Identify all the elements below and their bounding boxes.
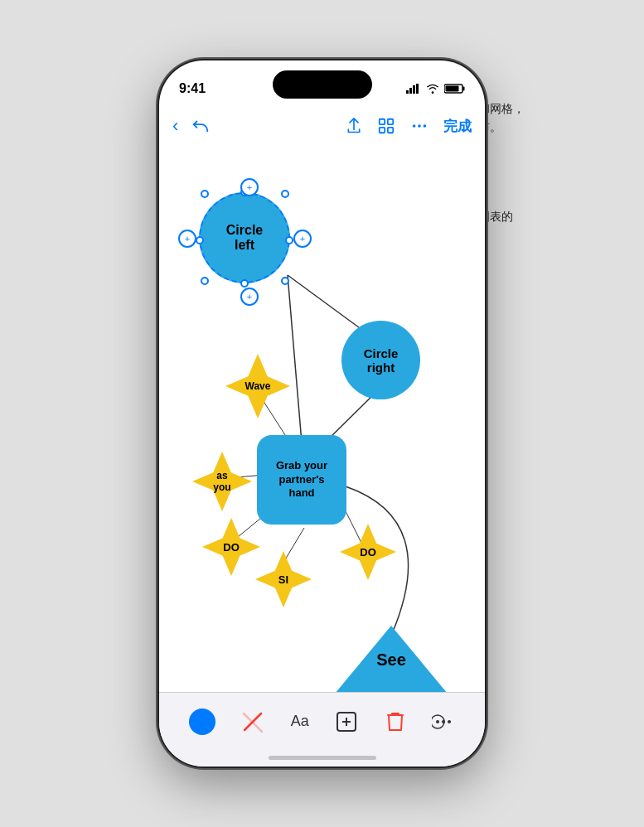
svg-rect-2 xyxy=(406,90,409,94)
svg-rect-12 xyxy=(388,128,393,133)
back-button[interactable]: ‹ xyxy=(172,115,178,137)
more-options-icon xyxy=(432,710,455,733)
delete-icon xyxy=(385,710,406,733)
home-indicator xyxy=(269,756,376,760)
triangle-container[interactable]: See Saw xyxy=(335,626,448,692)
see-label: See xyxy=(376,650,406,670)
more-button[interactable] xyxy=(410,117,429,135)
si-star[interactable]: SI xyxy=(255,551,312,607)
main-toolbar: ‹ xyxy=(159,105,485,147)
svg-rect-4 xyxy=(413,85,415,94)
extend-handle-top[interactable]: + xyxy=(240,178,259,196)
do-right-star[interactable]: DO xyxy=(340,524,396,580)
signal-icon xyxy=(406,84,421,94)
handle-left[interactable] xyxy=(196,236,204,244)
done-button[interactable]: 完成 xyxy=(443,117,472,136)
color-button[interactable] xyxy=(189,709,215,735)
svg-point-29 xyxy=(436,720,439,723)
extend-handle-bottom[interactable]: + xyxy=(240,288,259,306)
circle-left-shape[interactable]: Circleleft xyxy=(199,192,290,283)
text-label: Aa xyxy=(291,713,309,730)
handle-bottom[interactable] xyxy=(240,279,249,288)
center-box-shape[interactable]: Grab yourpartner'shand xyxy=(257,435,346,525)
handle-bl[interactable] xyxy=(201,277,209,285)
handle-br[interactable] xyxy=(281,277,289,285)
share-button[interactable] xyxy=(346,117,362,135)
add-shape-button[interactable] xyxy=(335,710,358,733)
brush-button[interactable] xyxy=(241,710,264,733)
undo-icon xyxy=(191,117,210,135)
handle-right[interactable] xyxy=(285,236,293,244)
svg-rect-11 xyxy=(380,128,385,133)
svg-point-14 xyxy=(418,124,421,128)
dynamic-island xyxy=(273,70,372,99)
svg-line-17 xyxy=(288,275,302,443)
add-shape-icon xyxy=(335,710,358,733)
handle-tl[interactable] xyxy=(201,190,209,198)
more-options-button[interactable] xyxy=(432,710,455,733)
share-icon xyxy=(346,117,362,135)
svg-rect-5 xyxy=(416,84,419,94)
undo-button[interactable] xyxy=(191,117,210,135)
see-triangle[interactable]: See xyxy=(335,626,448,692)
extend-handle-left[interactable]: + xyxy=(178,230,196,248)
wave-star[interactable]: Wave xyxy=(225,354,290,418)
extend-handle-right[interactable]: + xyxy=(293,230,312,248)
status-icons xyxy=(406,84,465,94)
grid-icon xyxy=(377,117,395,135)
phone-frame: 9:41 xyxy=(159,60,485,767)
as-you-star[interactable]: asyou xyxy=(192,452,252,511)
do-left-star[interactable]: DO xyxy=(202,518,260,576)
svg-rect-9 xyxy=(380,119,385,124)
text-button[interactable]: Aa xyxy=(291,713,309,730)
status-time: 9:41 xyxy=(179,81,206,96)
more-icon xyxy=(410,117,429,135)
svg-point-15 xyxy=(424,124,427,128)
svg-rect-7 xyxy=(463,87,465,91)
svg-rect-8 xyxy=(446,86,459,92)
svg-rect-3 xyxy=(409,88,412,94)
svg-point-31 xyxy=(448,720,451,723)
svg-line-23 xyxy=(346,511,362,544)
canvas-area: Circleleft + + + + Circler xyxy=(159,147,485,692)
grid-button[interactable] xyxy=(377,117,395,135)
battery-icon xyxy=(444,84,465,94)
brush-icon xyxy=(241,710,264,733)
svg-rect-10 xyxy=(388,119,393,124)
svg-point-13 xyxy=(413,124,416,128)
circle-right-shape[interactable]: Circleright xyxy=(341,321,420,399)
wifi-icon xyxy=(426,84,439,94)
handle-tr[interactable] xyxy=(281,190,289,198)
color-circle xyxy=(189,709,215,735)
delete-button[interactable] xyxy=(385,710,406,733)
